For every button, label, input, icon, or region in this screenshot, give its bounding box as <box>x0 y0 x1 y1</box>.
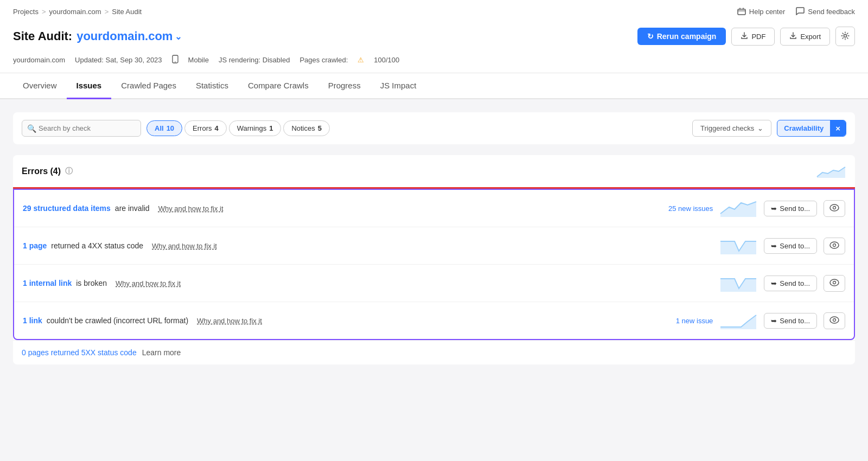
meta-device-icon <box>172 55 178 65</box>
svg-point-9 <box>830 204 839 211</box>
settings-icon <box>841 31 850 42</box>
tab-statistics[interactable]: Statistics <box>186 73 238 99</box>
export-button[interactable]: Export <box>780 28 830 46</box>
eye-icon-2 <box>829 241 839 251</box>
rerun-campaign-button[interactable]: ↻ Rerun campaign <box>637 28 726 45</box>
issue-text-3: is broken <box>76 279 107 287</box>
table-row: 1 internal link is broken Why and how to… <box>14 265 854 302</box>
info-icon[interactable]: ⓘ <box>65 167 73 176</box>
svg-point-13 <box>833 244 836 246</box>
help-center-link[interactable]: Help center <box>737 8 785 16</box>
chevron-down-icon: ⌄ <box>175 31 182 42</box>
rerun-icon: ↻ <box>647 32 654 41</box>
pill-warnings-count: 1 <box>269 124 273 132</box>
top-actions: Help center Send feedback <box>737 7 855 17</box>
issues-table: 29 structured data items are invalid Why… <box>13 189 855 340</box>
send-to-button-2[interactable]: ➥ Send to... <box>764 238 817 254</box>
tab-js-impact[interactable]: JS Impact <box>371 73 426 99</box>
below-errors-text: 0 pages returned 5XX status code <box>22 348 137 357</box>
domain-link[interactable]: yourdomain.com ⌄ <box>76 29 182 43</box>
meta-device: Mobile <box>188 56 209 64</box>
send-to-button-1[interactable]: ➥ Send to... <box>764 201 817 216</box>
issue-desc-4: 1 link couldn't be crawled (incorrect UR… <box>23 316 647 325</box>
export-icon <box>789 32 797 41</box>
issue-link-1[interactable]: 29 structured data items <box>23 204 111 213</box>
crawlability-close-button[interactable]: × <box>830 120 846 136</box>
crawlability-tag: Crawlability × <box>777 120 846 137</box>
pill-errors[interactable]: Errors 4 <box>184 120 227 136</box>
settings-button[interactable] <box>835 27 855 46</box>
eye-button-1[interactable] <box>824 200 845 217</box>
help-center-icon <box>737 8 746 16</box>
pill-notices-count: 5 <box>318 124 322 132</box>
send-to-icon-1: ➥ <box>771 204 777 213</box>
help-center-label: Help center <box>749 8 785 16</box>
new-issues-badge-1: 25 new issues <box>653 204 713 213</box>
breadcrumb-domain[interactable]: yourdomain.com <box>49 8 101 16</box>
issue-desc-1: 29 structured data items are invalid Why… <box>23 204 647 213</box>
pill-all-label: All <box>155 124 164 132</box>
eye-button-4[interactable] <box>824 312 845 329</box>
send-to-label-3: Send to... <box>780 279 810 287</box>
breadcrumb-projects[interactable]: Projects <box>13 8 39 16</box>
triggered-checks-button[interactable]: Triggered checks ⌄ <box>692 120 771 137</box>
why-link-1[interactable]: Why and how to fix it <box>158 204 224 213</box>
send-feedback-button[interactable]: Send feedback <box>796 7 855 17</box>
title-buttons: ↻ Rerun campaign PDF <box>637 27 855 46</box>
issue-text-1: are invalid <box>115 204 150 213</box>
why-link-2[interactable]: Why and how to fix it <box>152 242 217 250</box>
eye-icon-3 <box>829 279 839 288</box>
send-to-button-3[interactable]: ➥ Send to... <box>764 276 817 291</box>
tab-crawled-pages[interactable]: Crawled Pages <box>111 73 186 99</box>
issue-link-4[interactable]: 1 link <box>23 316 42 325</box>
learn-more-link[interactable]: Learn more <box>142 348 181 357</box>
breadcrumb-site-audit[interactable]: Site Audit <box>112 8 142 16</box>
pill-warnings[interactable]: Warnings 1 <box>229 120 282 136</box>
table-row: 29 structured data items are invalid Why… <box>14 190 854 227</box>
nav-tabs: Overview Issues Crawled Pages Statistics… <box>0 73 868 99</box>
eye-button-2[interactable] <box>824 238 845 254</box>
tab-issues[interactable]: Issues <box>67 73 112 99</box>
send-feedback-icon <box>796 7 805 17</box>
pill-notices[interactable]: Notices 5 <box>283 120 330 136</box>
svg-point-16 <box>833 281 836 284</box>
why-link-3[interactable]: Why and how to fix it <box>116 279 181 287</box>
pill-errors-label: Errors <box>193 124 212 132</box>
breadcrumb-sep-1: > <box>42 8 46 16</box>
svg-point-12 <box>830 242 839 248</box>
search-wrap: 🔍 <box>22 120 141 137</box>
tab-overview[interactable]: Overview <box>13 73 67 99</box>
meta-domain: yourdomain.com <box>13 56 65 64</box>
search-icon: 🔍 <box>27 124 36 133</box>
issue-link-2[interactable]: 1 page <box>23 241 47 250</box>
send-to-label-4: Send to... <box>780 317 810 325</box>
tab-compare-crawls[interactable]: Compare Crawls <box>238 73 318 99</box>
pill-errors-count: 4 <box>214 124 218 132</box>
issue-text-4: couldn't be crawled (incorrect URL forma… <box>47 316 188 325</box>
search-input[interactable] <box>22 120 141 137</box>
new-issues-badge-4: 1 new issue <box>653 317 713 325</box>
svg-point-6 <box>175 61 176 62</box>
meta-row: yourdomain.com Updated: Sat, Sep 30, 202… <box>13 52 855 73</box>
tab-progress[interactable]: Progress <box>318 73 371 99</box>
svg-marker-11 <box>720 241 756 254</box>
issue-link-3[interactable]: 1 internal link <box>23 279 72 287</box>
page-title: Site Audit: yourdomain.com ⌄ <box>13 29 182 43</box>
sparkline-3 <box>719 273 757 293</box>
errors-section-title: Errors (4) ⓘ <box>22 167 73 176</box>
sparkline-1 <box>719 199 757 218</box>
svg-point-18 <box>830 317 839 323</box>
send-to-button-4[interactable]: ➥ Send to... <box>764 313 817 329</box>
pdf-button[interactable]: PDF <box>731 28 775 46</box>
meta-js-rendering: JS rendering: Disabled <box>219 56 290 64</box>
svg-point-15 <box>830 279 839 286</box>
sparkline-4 <box>719 311 757 330</box>
breadcrumb: Projects > yourdomain.com > Site Audit <box>13 8 142 16</box>
eye-button-3[interactable] <box>824 275 845 292</box>
why-link-4[interactable]: Why and how to fix it <box>197 317 262 325</box>
pill-all[interactable]: All 10 <box>146 120 182 136</box>
eye-icon-1 <box>829 204 839 213</box>
crawlability-label: Crawlability <box>777 121 830 136</box>
svg-rect-0 <box>738 9 745 15</box>
send-to-icon-3: ➥ <box>771 279 777 287</box>
